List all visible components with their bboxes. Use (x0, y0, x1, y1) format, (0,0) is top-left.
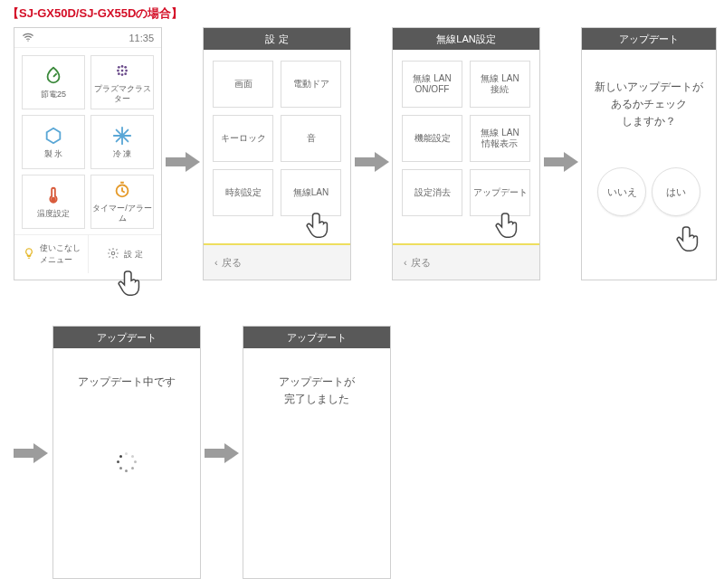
arrow-icon (544, 152, 578, 172)
btn-wlan-connect[interactable]: 無線 LAN 接続 (470, 61, 530, 108)
tips-menu-item[interactable]: 使いこなし メニュー (14, 235, 88, 273)
update-done-screen: アップデート アップデートが 完了しました (243, 326, 391, 579)
screen-header: アップデート (243, 327, 390, 348)
tile-timer[interactable]: タイマー/アラーム (90, 175, 154, 229)
arrow-icon (14, 443, 48, 463)
menu-label: 使いこなし メニュー (40, 242, 81, 266)
clock: 11:35 (129, 33, 154, 43)
svg-point-11 (52, 197, 55, 201)
no-button[interactable]: いいえ (597, 167, 646, 216)
svg-point-4 (117, 70, 119, 72)
btn-autodoor[interactable]: 電動ドア (281, 61, 341, 108)
back-button[interactable]: ‹戻る (393, 243, 539, 280)
updating-screen: アップデート アップデート中です (52, 326, 201, 579)
btn-keylock[interactable]: キーロック (213, 115, 273, 162)
gear-icon (107, 247, 119, 261)
arrow-icon (355, 152, 389, 172)
home-screen: 11:35 節電25 プラズマクラスター 製 氷 冷 凍 温度設定 タイマー/ア… (14, 27, 162, 280)
chevron-left-icon: ‹ (214, 257, 218, 268)
btn-update[interactable]: アップデート (470, 169, 530, 216)
page-title: 【SJ-GX50D/SJ-GX55Dの場合】 (7, 5, 183, 22)
updating-message: アップデート中です (61, 374, 193, 391)
back-label: 戻る (222, 256, 242, 270)
confirm-message: 新しいアップデートが あるかチェック しますか？ (589, 79, 709, 131)
svg-point-2 (121, 65, 124, 68)
tile-label: 製 氷 (44, 149, 63, 159)
wlan-settings-screen: 無線LAN設定 無線 LAN ON/OFF 無線 LAN 接続 機能設定 無線 … (392, 27, 540, 280)
tile-label: プラズマクラスター (91, 84, 153, 104)
svg-point-1 (118, 66, 120, 69)
tile-temp[interactable]: 温度設定 (22, 175, 85, 229)
yes-button[interactable]: はい (652, 167, 700, 216)
svg-point-8 (121, 73, 124, 76)
back-label: 戻る (411, 256, 431, 270)
btn-reset[interactable]: 設定消去 (402, 169, 462, 216)
screen-header: 無線LAN設定 (393, 28, 539, 50)
settings-screen: 設 定 画面 電動ドア キーロック 音 時刻設定 無線LAN ‹戻る (203, 27, 351, 280)
svg-point-6 (125, 70, 128, 72)
svg-point-0 (27, 40, 28, 41)
arrow-icon (205, 443, 239, 463)
status-bar: 11:35 (14, 28, 161, 48)
svg-marker-10 (47, 128, 61, 143)
tile-label: 節電25 (41, 90, 66, 100)
update-confirm-screen: アップデート 新しいアップデートが あるかチェック しますか？ いいえ はい (581, 27, 717, 280)
screen-header: アップデート (53, 327, 200, 348)
tile-ion[interactable]: プラズマクラスター (90, 55, 154, 109)
svg-point-5 (121, 70, 124, 72)
btn-display[interactable]: 画面 (213, 61, 273, 108)
wifi-icon (22, 31, 34, 45)
chevron-left-icon: ‹ (404, 257, 407, 268)
btn-sound[interactable]: 音 (281, 115, 341, 162)
back-button[interactable]: ‹戻る (204, 243, 350, 280)
btn-function[interactable]: 機能設定 (402, 115, 462, 162)
btn-wlan[interactable]: 無線LAN (281, 169, 341, 216)
done-message: アップデートが 完了しました (251, 374, 383, 408)
tile-eco[interactable]: 節電25 (22, 55, 85, 109)
tile-ice[interactable]: 製 氷 (22, 115, 85, 169)
tile-freeze[interactable]: 冷 凍 (90, 115, 154, 169)
lightbulb-icon (23, 247, 35, 261)
spinner-icon (117, 452, 137, 472)
screen-header: アップデート (582, 28, 716, 50)
arrow-icon (166, 152, 200, 172)
menu-label: 設 定 (124, 249, 143, 261)
screen-header: 設 定 (204, 28, 350, 50)
svg-point-9 (124, 72, 127, 75)
btn-wlan-onoff[interactable]: 無線 LAN ON/OFF (402, 61, 462, 108)
tile-label: 冷 凍 (113, 149, 132, 159)
tile-label: 温度設定 (37, 209, 70, 219)
svg-point-7 (118, 72, 120, 75)
svg-point-3 (124, 66, 127, 69)
btn-wlan-info[interactable]: 無線 LAN 情報表示 (470, 115, 530, 162)
btn-clock[interactable]: 時刻設定 (213, 169, 273, 216)
svg-point-13 (111, 251, 115, 255)
settings-menu-item[interactable]: 設 定 (88, 235, 161, 273)
tile-label: タイマー/アラーム (91, 204, 153, 223)
